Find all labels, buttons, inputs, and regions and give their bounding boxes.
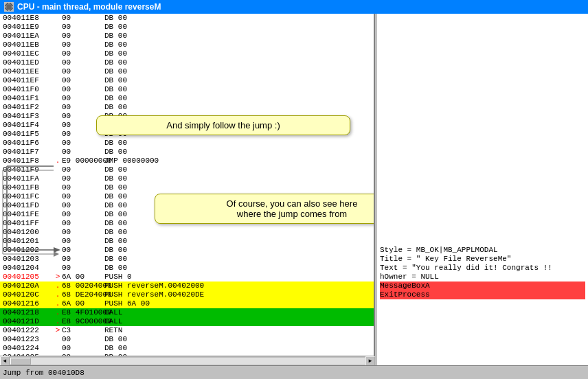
table-row[interactable]: 00401218.E8 4F010000CALL bbox=[0, 308, 374, 317]
table-row[interactable]: 004011F000DB 00 bbox=[0, 85, 374, 94]
table-row[interactable]: 0040120A.68 00204000PUSH reverseM.004020… bbox=[0, 282, 374, 290]
table-row[interactable]: 004011FB00DB 00 bbox=[0, 183, 374, 192]
list-item: MessageBoxA bbox=[380, 282, 585, 290]
table-row[interactable]: 0040120200DB 00 bbox=[0, 246, 374, 255]
table-row[interactable]: 004011F200DB 00 bbox=[0, 103, 374, 112]
scroll-thumb[interactable] bbox=[10, 358, 31, 365]
table-row[interactable]: 004011E800DB 00 bbox=[0, 14, 374, 23]
status-text: Jump from 004010D8 bbox=[3, 369, 84, 377]
disasm-rows: 004011E800DB 00004011E900DB 00004011EA00… bbox=[0, 14, 374, 365]
table-row[interactable]: 004011FA00DB 00 bbox=[0, 174, 374, 183]
table-row[interactable]: 004011F900DB 00 bbox=[0, 165, 374, 174]
list-item: ExitProcess bbox=[380, 290, 585, 299]
table-row[interactable]: 004011E900DB 00 bbox=[0, 23, 374, 32]
table-row[interactable]: 004011EE00DB 00 bbox=[0, 67, 374, 76]
table-row[interactable]: 004011EF00DB 00 bbox=[0, 76, 374, 85]
table-row[interactable]: 00401216.6A 00PUSH 6A 00 bbox=[0, 299, 374, 308]
table-row[interactable]: 0040120C.68 DE204000PUSH reverseM.004020… bbox=[0, 290, 374, 299]
right-panel-content: Style = MB_OK|MB_APPLMODALTitle = " Key … bbox=[377, 14, 588, 301]
scrollbar-bottom: ◄ ► bbox=[0, 356, 375, 365]
tooltip-jump: And simply follow the jump :) bbox=[96, 115, 350, 135]
table-row[interactable]: 004011F8.E9 00000000JMP 00000000 bbox=[0, 157, 374, 165]
table-row[interactable]: 004011EB00DB 00 bbox=[0, 41, 374, 49]
scroll-left-button[interactable]: ◄ bbox=[0, 356, 10, 366]
tooltip-jump-from: Of course, you can also see here where t… bbox=[155, 194, 375, 224]
table-row[interactable]: 004011F600DB 00 bbox=[0, 139, 374, 148]
status-bar: Jump from 004010D8 bbox=[0, 365, 588, 379]
cpu-icon bbox=[4, 2, 14, 12]
scroll-right-button[interactable]: ► bbox=[365, 356, 375, 366]
title-text: CPU - main thread, module reverseM bbox=[17, 2, 161, 12]
table-row[interactable]: 0040120100DB 00 bbox=[0, 237, 374, 246]
list-item: Title = " Key File ReverseMe" bbox=[380, 255, 585, 264]
table-row[interactable]: 0040122300DB 00 bbox=[0, 335, 374, 344]
disassembly-panel: 004011E800DB 00004011E900DB 00004011EA00… bbox=[0, 14, 375, 365]
table-row[interactable]: 0040120000DB 00 bbox=[0, 228, 374, 237]
table-row[interactable]: 004011ED00DB 00 bbox=[0, 58, 374, 67]
list-item: Style = MB_OK|MB_APPLMODAL bbox=[380, 246, 585, 255]
list-item: hOwner = NULL bbox=[380, 273, 585, 282]
list-item: Text = "You really did it! Congrats !! bbox=[380, 264, 585, 273]
table-row[interactable]: 0040120400DB 00 bbox=[0, 264, 374, 273]
table-row[interactable]: 004011F700DB 00 bbox=[0, 148, 374, 157]
table-row[interactable]: 0040122400DB 00 bbox=[0, 344, 374, 353]
scroll-track[interactable] bbox=[10, 358, 365, 365]
table-row[interactable]: 004011EA00DB 00 bbox=[0, 32, 374, 41]
table-row[interactable]: 00401222>C3RETN bbox=[0, 326, 374, 335]
table-row[interactable]: 004011EC00DB 00 bbox=[0, 49, 374, 58]
table-row[interactable]: 0040121D.E8 9C000000CALL bbox=[0, 317, 374, 326]
table-row[interactable]: 00401205>6A 00PUSH 0 bbox=[0, 273, 374, 282]
table-row[interactable]: 004011F100DB 00 bbox=[0, 94, 374, 103]
right-panel: Style = MB_OK|MB_APPLMODALTitle = " Key … bbox=[376, 14, 588, 365]
svg-rect-1 bbox=[7, 5, 11, 9]
title-bar: CPU - main thread, module reverseM bbox=[0, 0, 588, 14]
table-row[interactable]: 0040120300DB 00 bbox=[0, 255, 374, 264]
